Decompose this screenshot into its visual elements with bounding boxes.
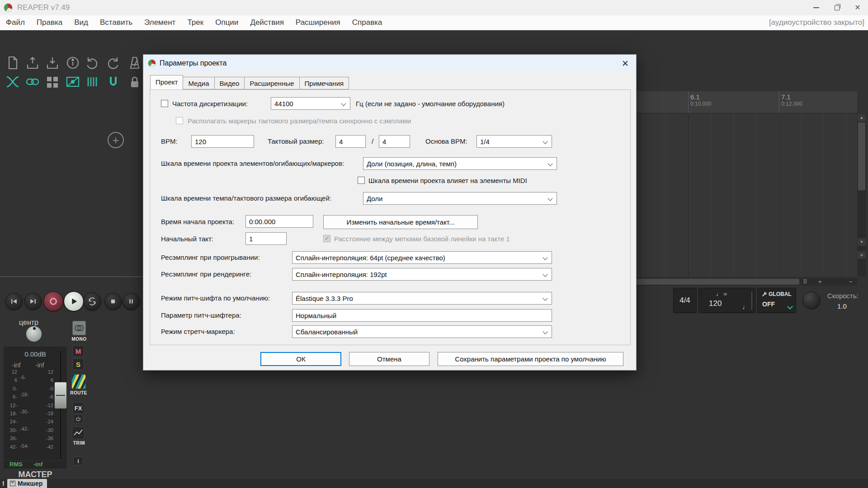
fx-power-button[interactable] bbox=[73, 414, 83, 423]
pitch-param-field[interactable]: Нормальный bbox=[292, 309, 552, 322]
tab-2[interactable]: Медиа bbox=[183, 77, 214, 89]
playrate-knob[interactable] bbox=[802, 291, 821, 310]
ripple-edit-icon[interactable] bbox=[45, 75, 60, 89]
snap-icon[interactable] bbox=[106, 75, 120, 89]
minimize-button[interactable] bbox=[806, 0, 826, 15]
global-state: OFF bbox=[762, 300, 775, 308]
vertical-scroll-thumb[interactable] bbox=[858, 122, 865, 190]
menu-item-7[interactable]: Опции bbox=[209, 18, 244, 27]
undo-icon[interactable] bbox=[85, 56, 99, 70]
scroll-down-icon[interactable]: ▼ bbox=[858, 238, 866, 246]
zoom-out-icon[interactable]: − bbox=[849, 278, 853, 286]
solo-button[interactable]: S bbox=[72, 358, 84, 370]
transport-repeat-button[interactable] bbox=[83, 292, 101, 310]
sample-rate-combo[interactable]: 44100 bbox=[271, 97, 350, 110]
timebase-midi-checkbox[interactable] bbox=[358, 177, 365, 184]
resample-render-combo[interactable]: Сплайн-интерполяция: 192pt bbox=[292, 268, 552, 281]
sync-markers-checkbox[interactable] bbox=[176, 117, 183, 124]
time-signature-box[interactable]: 4/4 bbox=[673, 288, 697, 313]
redo-icon[interactable] bbox=[106, 56, 120, 70]
grid-icon[interactable] bbox=[85, 75, 99, 89]
menu-item-9[interactable]: Расширения bbox=[290, 18, 346, 27]
vertical-zoom-in-icon[interactable]: + bbox=[858, 251, 866, 259]
menu-item-6[interactable]: Трек bbox=[181, 18, 209, 27]
transport-record-button[interactable] bbox=[43, 291, 63, 311]
mute-button[interactable]: M bbox=[72, 345, 84, 357]
time-sig-numerator-input[interactable]: 4 bbox=[335, 135, 366, 148]
menu-item-3[interactable]: Вид bbox=[68, 18, 94, 27]
tab-1[interactable]: Проект bbox=[150, 75, 183, 89]
timebase-items-combo[interactable]: Доли (позиция, длина, темп) bbox=[363, 157, 557, 170]
menu-item-2[interactable]: Правка bbox=[31, 18, 68, 27]
menu-item-5[interactable]: Элемент bbox=[138, 18, 181, 27]
route-button[interactable] bbox=[71, 374, 86, 389]
mono-button[interactable] bbox=[72, 321, 86, 335]
lock-icon[interactable] bbox=[127, 75, 142, 89]
zoom-in-icon[interactable]: + bbox=[818, 278, 822, 286]
meter-scale-number: 12 bbox=[42, 369, 53, 375]
sample-rate-checkbox[interactable] bbox=[161, 100, 168, 107]
add-track-button[interactable]: + bbox=[108, 132, 124, 148]
time-sig-denominator-input[interactable]: 4 bbox=[379, 135, 410, 148]
track-info-button[interactable]: i bbox=[73, 456, 83, 465]
volume-fader[interactable] bbox=[54, 382, 67, 409]
start-time-input[interactable]: 0:00.000 bbox=[245, 215, 313, 228]
change-start-time-button[interactable]: Изменить начальные время/такт... bbox=[323, 215, 478, 229]
horizontal-scrollbar[interactable]: ⠿ + − bbox=[637, 278, 857, 286]
tab-4[interactable]: Расширенные bbox=[244, 77, 299, 89]
global-automation-box[interactable]: GLOBAL OFF bbox=[757, 288, 796, 313]
tempo-value[interactable]: 120 bbox=[709, 299, 722, 308]
scroll-grip-icon[interactable]: ⠿ bbox=[803, 278, 808, 286]
meter-scale-number: -54- bbox=[20, 443, 34, 449]
scroll-up-icon[interactable]: ▲ bbox=[858, 114, 866, 122]
resample-render-label: Ресэмплинг при рендеринге: bbox=[161, 270, 251, 278]
tempo-box[interactable]: ♩ = 120 ♩ bbox=[698, 288, 755, 313]
tab-5[interactable]: Примечания bbox=[299, 77, 349, 89]
envelope-icon[interactable] bbox=[66, 75, 80, 89]
arrange-grid[interactable] bbox=[637, 113, 857, 277]
project-info-icon[interactable] bbox=[66, 56, 80, 70]
crossfade-icon[interactable] bbox=[5, 75, 20, 89]
open-project-icon[interactable] bbox=[25, 56, 40, 70]
cancel-button[interactable]: Отмена bbox=[349, 352, 429, 366]
restore-button[interactable] bbox=[826, 0, 847, 15]
new-project-icon[interactable] bbox=[5, 56, 20, 70]
transport-go-end-button[interactable] bbox=[24, 293, 42, 310]
master-meter: 0.00dB -inf -inf 1260-6-12-18-24-30-36-4… bbox=[4, 347, 67, 460]
ok-button[interactable]: ОК bbox=[260, 352, 341, 366]
stretch-mode-combo[interactable]: Сбалансированный bbox=[292, 325, 552, 338]
bpm-input[interactable]: 120 bbox=[191, 135, 254, 148]
save-as-default-button[interactable]: Сохранить параметрами проекта по умолчан… bbox=[438, 352, 623, 366]
pitch-mode-combo[interactable]: Élastique 3.3.3 Pro bbox=[292, 292, 552, 305]
resample-play-combo[interactable]: Сплайн-интерполяция: 64pt (среднее качес… bbox=[292, 251, 552, 264]
dialog-close-icon[interactable]: ✕ bbox=[620, 58, 631, 69]
transport-go-start-button[interactable] bbox=[5, 293, 23, 310]
menu-item-4[interactable]: Вставить bbox=[94, 18, 138, 27]
transport-pause-button[interactable] bbox=[123, 293, 140, 310]
pan-knob[interactable] bbox=[26, 326, 42, 342]
bpm-basis-combo[interactable]: 1/4 bbox=[476, 135, 552, 148]
fx-button[interactable]: FX bbox=[72, 402, 84, 414]
start-measure-input[interactable]: 1 bbox=[245, 232, 287, 245]
playrate-value[interactable]: 1.0 bbox=[837, 302, 847, 310]
item-grouping-icon[interactable] bbox=[25, 75, 40, 89]
ruler-spacing-checkbox[interactable] bbox=[323, 235, 330, 242]
horizontal-scroll-thumb[interactable] bbox=[637, 279, 799, 285]
menu-item-8[interactable]: Действия bbox=[244, 18, 289, 27]
dialog-titlebar[interactable]: Параметры проекта ✕ bbox=[143, 55, 636, 72]
save-project-icon[interactable] bbox=[45, 56, 60, 70]
resample-render-value: Сплайн-интерполяция: 192pt bbox=[296, 271, 387, 278]
tempo-mini-fader[interactable] bbox=[751, 292, 752, 310]
timeline-ruler[interactable]: 6.10:10.0007.10:12.000 bbox=[637, 91, 857, 113]
menu-item-1[interactable]: Файл bbox=[0, 18, 31, 27]
close-button[interactable]: ✕ bbox=[847, 0, 868, 15]
trim-button[interactable] bbox=[72, 427, 85, 439]
vertical-scrollbar[interactable]: ▲ ▼ + bbox=[857, 113, 866, 277]
timebase-tempo-combo[interactable]: Доли bbox=[363, 192, 557, 205]
transport-stop-button[interactable] bbox=[104, 293, 122, 310]
mixer-docker-tab[interactable]: Микшер bbox=[7, 479, 47, 488]
menu-item-10[interactable]: Справка bbox=[346, 18, 388, 27]
metronome-icon[interactable] bbox=[127, 56, 142, 70]
tab-3[interactable]: Видео bbox=[214, 77, 245, 89]
transport-play-button[interactable] bbox=[64, 291, 84, 311]
